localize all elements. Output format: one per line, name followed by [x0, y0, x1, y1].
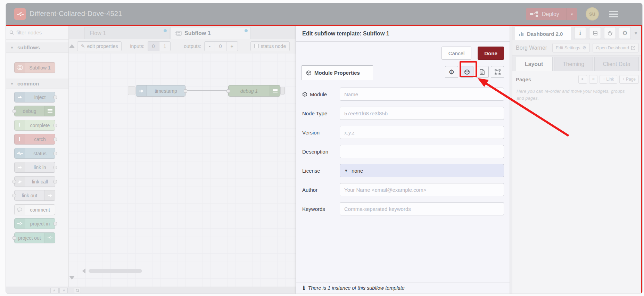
output-port[interactable] [53, 96, 57, 99]
output-port[interactable] [53, 222, 57, 225]
pages-title: Pages [516, 76, 576, 82]
outputs-count: 0 [215, 41, 226, 51]
info-tab-button[interactable]: i [574, 27, 586, 39]
palette-node-debug[interactable]: debug [14, 106, 55, 116]
appearance-frame-button[interactable] [491, 66, 504, 78]
input-port[interactable] [226, 89, 230, 93]
palette-node-subflow1[interactable]: Subflow 1 [14, 62, 55, 73]
palette-section-subflows[interactable]: ▼ subflows [6, 42, 68, 53]
inject-trigger-button[interactable] [128, 86, 135, 95]
tab-dashboard-2[interactable]: Dashboard 2.0 [515, 27, 571, 40]
palette-node-project-in[interactable]: project in [14, 218, 55, 229]
palette-node-link-out[interactable]: link out [14, 190, 55, 201]
settings-tab-button[interactable]: ⚙ [619, 27, 631, 39]
collapse-all-button[interactable]: « [50, 288, 59, 293]
edit-properties-button[interactable]: ✎ edit properties [77, 41, 122, 51]
input-port[interactable] [13, 109, 16, 113]
outputs-minus-button[interactable]: - [204, 41, 215, 51]
open-dashboard-button[interactable]: Open Dashboard [593, 43, 639, 52]
palette-node-inject[interactable]: inject [14, 92, 55, 102]
palette-section-common[interactable]: ▼ common [6, 79, 68, 89]
tab-theming[interactable]: Theming [554, 57, 593, 71]
output-port[interactable] [53, 166, 57, 169]
page-title: Different-Collared-Dove-4521 [30, 10, 122, 18]
edit-properties-label: edit properties [87, 43, 118, 49]
checkbox-icon[interactable] [254, 44, 259, 48]
main-menu-button[interactable] [609, 11, 618, 17]
output-port[interactable] [53, 180, 57, 183]
node-label: link out [15, 193, 44, 198]
tab-subflow1[interactable]: Subflow 1 [170, 27, 250, 39]
inputs-0-button[interactable]: 0 [148, 41, 159, 51]
zoom-search-button[interactable] [74, 288, 81, 293]
keywords-input[interactable] [340, 202, 504, 215]
debug-tab-button[interactable] [604, 27, 616, 39]
properties-gear-button[interactable]: ⚙ [445, 66, 458, 78]
palette-node-catch[interactable]: ! catch [14, 134, 55, 145]
tab-label: Module Properties [314, 70, 360, 76]
input-port[interactable] [13, 236, 16, 240]
license-select[interactable]: ▼ none [340, 164, 504, 177]
description-doc-button[interactable] [476, 66, 489, 78]
inputs-1-button[interactable]: 1 [159, 41, 171, 51]
author-input[interactable] [340, 183, 504, 196]
bug-icon [608, 31, 613, 36]
debug-lines-icon [44, 106, 55, 116]
inject-arrow-icon [136, 85, 147, 96]
tab-client-data[interactable]: Client Data [594, 57, 639, 71]
palette-node-status[interactable]: status [14, 148, 55, 159]
cancel-button[interactable]: Cancel [441, 47, 471, 60]
wire[interactable] [187, 90, 228, 91]
module-input[interactable] [340, 88, 504, 101]
description-input[interactable] [340, 145, 504, 158]
output-port[interactable] [53, 152, 57, 155]
palette-node-complete[interactable]: ! complete [14, 120, 55, 131]
node-label: Subflow 1 [25, 65, 55, 71]
deploy-options-caret[interactable]: ▾ [566, 8, 577, 20]
add-page-button[interactable]: + Page [619, 75, 639, 84]
expand-all-button[interactable]: « [59, 288, 68, 293]
output-port[interactable] [53, 124, 57, 127]
link-out-icon [44, 190, 55, 200]
debug-toggle-button[interactable] [280, 87, 285, 94]
tab-layout[interactable]: Layout [515, 57, 553, 71]
module-properties-tab[interactable]: Module Properties [302, 65, 373, 80]
edit-settings-button[interactable]: Edit Settings ⚙ [552, 43, 590, 52]
node-type-input[interactable] [340, 107, 504, 120]
outputs-plus-button[interactable]: + [226, 41, 238, 51]
deploy-button[interactable]: Deploy ▾ [526, 8, 577, 20]
unsaved-changes-dot [245, 29, 248, 32]
output-port[interactable] [184, 89, 187, 93]
filter-nodes-input[interactable] [16, 30, 58, 35]
input-port[interactable] [13, 180, 16, 183]
palette-scroll-down-icon[interactable] [69, 276, 75, 280]
canvas-horizontal-scrollbar[interactable] [89, 269, 142, 273]
user-avatar[interactable]: su [586, 7, 599, 20]
output-port[interactable] [53, 138, 57, 141]
tab-flow1[interactable]: Flow 1 [84, 27, 170, 39]
palette-scroll-up-icon[interactable] [69, 44, 75, 48]
done-button[interactable]: Done [478, 47, 504, 60]
palette-node-project-out[interactable]: project out [14, 232, 55, 243]
input-port[interactable] [13, 194, 16, 197]
canvas-scroll-left-icon[interactable] [82, 269, 85, 273]
palette-node-link-in[interactable]: link in [14, 162, 55, 173]
canvas-node-timestamp[interactable]: timestamp [136, 85, 185, 97]
canvas-node-debug1[interactable]: debug 1 [228, 85, 280, 97]
add-link-button[interactable]: + Link [600, 75, 617, 84]
move-down-button[interactable]: « [589, 75, 598, 84]
chevron-down-icon: ▼ [10, 82, 14, 86]
module-properties-form: Module Node Type Version Description Lic… [296, 80, 510, 215]
status-node-toggle[interactable]: status node [250, 41, 290, 51]
help-tab-button[interactable] [589, 27, 601, 39]
palette-node-comment[interactable]: comment [14, 204, 55, 215]
deploy-icon [530, 11, 538, 17]
palette-node-link-call[interactable]: link call [14, 176, 55, 187]
sidebar-resize-handle[interactable] [510, 26, 512, 294]
version-input[interactable] [340, 126, 504, 139]
sidebar-menu-caret[interactable]: ▼ [634, 31, 638, 36]
exclamation-icon: ! [15, 120, 25, 130]
license-value: none [352, 168, 363, 174]
gear-icon: ⚙ [622, 30, 627, 37]
move-up-button[interactable]: « [578, 75, 587, 84]
